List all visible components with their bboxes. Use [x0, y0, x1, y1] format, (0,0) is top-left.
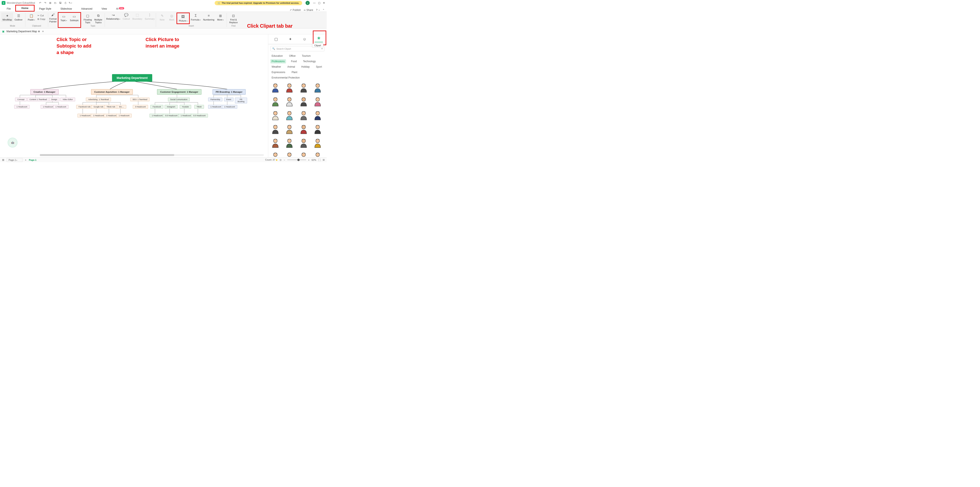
trial-banner[interactable]: 🛒 The trial period has expired. Upgrade … [215, 1, 302, 5]
multiple-topics-button[interactable]: ⧉Multiple Topics [93, 13, 103, 25]
pages-panel-icon[interactable]: ▥ [2, 159, 4, 161]
cat-education[interactable]: Education [270, 54, 284, 58]
redo-icon[interactable]: ↷ [43, 1, 47, 5]
node-partnership[interactable]: Partnership [208, 97, 223, 101]
clipart-item[interactable] [313, 110, 323, 120]
scroll-thumb[interactable] [40, 154, 174, 156]
cut-button[interactable]: ✂Cut [36, 14, 47, 18]
summary-button[interactable]: }Summary [143, 12, 156, 28]
menu-file[interactable]: File [2, 6, 15, 11]
node-seo[interactable]: SEO: 1 Teamlead [130, 97, 150, 101]
clipart-item[interactable] [313, 152, 323, 157]
clipart-item[interactable] [270, 152, 280, 157]
clipart-item[interactable] [299, 97, 309, 107]
tab-theme[interactable]: ✦ [286, 36, 294, 42]
node-event[interactable]: Event [224, 97, 234, 101]
save-icon[interactable]: 🖫 [59, 1, 62, 5]
page-tab[interactable]: Page-1 [29, 159, 37, 161]
clipart-item[interactable] [284, 83, 294, 93]
subtopic-button[interactable]: ▭Subtopic [68, 13, 80, 27]
formula-button[interactable]: ΣFormula [190, 13, 202, 24]
cat-expressions[interactable]: Expressions [270, 70, 286, 74]
node-creative[interactable]: Creative: 1 Manager [30, 89, 59, 95]
zoom-knob[interactable] [298, 159, 300, 161]
menu-page-style[interactable]: Page Style [35, 6, 56, 11]
node-hc-fb[interactable]: 1 Headcount [78, 114, 93, 118]
cat-food[interactable]: Food [290, 59, 298, 64]
clipart-item[interactable] [284, 124, 294, 134]
note-button[interactable]: ✎Note [157, 13, 167, 24]
node-design[interactable]: Design [49, 97, 59, 101]
node-facebook-ads[interactable]: Facebook Ads [76, 105, 93, 109]
node-tiktok[interactable]: Tiktok [194, 105, 204, 109]
clipart-item[interactable] [270, 83, 280, 93]
ai-assistant-button[interactable]: 🤖 [8, 138, 17, 147]
cat-animal[interactable]: Animal [286, 65, 296, 69]
collapse-ribbon-icon[interactable]: ⌃ [323, 9, 325, 11]
cat-sport[interactable]: Sport [315, 65, 323, 69]
cat-technology[interactable]: Technology [302, 59, 317, 64]
print-icon[interactable]: ⎙ [64, 1, 67, 5]
dropdown-icon[interactable]: ▾ [321, 47, 323, 50]
fullscreen-icon[interactable]: ⛶ [318, 159, 321, 161]
undo-icon[interactable]: ↶ [38, 1, 42, 5]
node-hc-concept[interactable]: 1 Headcount [14, 105, 30, 109]
menu-view[interactable]: View [97, 6, 111, 11]
node-customer-engagement[interactable]: Customer Engagement: 1 Manager [157, 89, 202, 95]
clipart-item[interactable] [270, 97, 280, 107]
root-node[interactable]: Marketing Department [112, 74, 152, 82]
tab-clipart[interactable]: ❀ [315, 36, 323, 42]
node-hc-ig[interactable]: 0.5 Headcount [163, 114, 180, 118]
doc-tab[interactable]: Marketing Department Map [6, 30, 40, 33]
clipart-item[interactable] [299, 83, 309, 93]
node-pr-branding[interactable]: PR Branding: 1 Manager [213, 89, 246, 95]
copy-button[interactable]: ⧉Copy [36, 18, 47, 21]
node-tiktok-ads[interactable]: Tiktok Ads [104, 105, 118, 109]
node-advertising[interactable]: Advertising : 1 Teamlead [86, 97, 111, 101]
clipart-item[interactable] [284, 97, 294, 107]
new-icon[interactable]: ⊞ [48, 1, 52, 5]
close-icon[interactable]: ✕ [323, 2, 325, 5]
clipart-item[interactable] [299, 138, 309, 148]
paste-button[interactable]: 📋Paste [27, 13, 36, 22]
tab-icon[interactable]: ☺ [300, 36, 309, 42]
minimize-icon[interactable]: — [313, 2, 315, 5]
clipart-item[interactable] [270, 110, 280, 120]
tab-style[interactable]: ▢ [272, 36, 280, 42]
menu-home[interactable]: Home [15, 5, 34, 11]
node-social[interactable]: Social Comunication [168, 97, 190, 101]
menu-advanced[interactable]: Advanced [76, 6, 97, 11]
zoom-slider[interactable] [287, 159, 306, 160]
add-page-icon[interactable]: + [25, 159, 26, 161]
cat-tourism[interactable]: Tourism [301, 54, 312, 58]
boundary-button[interactable]: ⬚Boundary [131, 12, 143, 28]
picture-button[interactable]: 🖼Picture [178, 14, 188, 23]
help-button[interactable]: ? [316, 9, 320, 11]
node-concept[interactable]: Concept [15, 97, 27, 101]
add-tab-icon[interactable]: + [42, 30, 44, 33]
node-hc-tt[interactable]: 0.5 Headcount [191, 114, 208, 118]
node-hc-seo[interactable]: 3 Headcount [133, 105, 148, 109]
node-content[interactable]: Content: 1 Teamlead [27, 97, 49, 101]
open-icon[interactable]: 🗀 [53, 1, 57, 5]
clipart-item[interactable] [313, 97, 323, 107]
floating-topic-button[interactable]: ▢Floating Topic [82, 13, 93, 25]
zoom-in-icon[interactable]: + [308, 159, 310, 161]
find-replace-button[interactable]: ⊡Find & Replace [228, 13, 239, 25]
node-instagram[interactable]: Instagram [165, 105, 178, 109]
export-icon[interactable]: ✎ [68, 1, 72, 5]
node-video[interactable]: Video Editor [60, 97, 75, 101]
canvas-scrollbar[interactable] [40, 154, 264, 156]
maximize-icon[interactable]: ▢ [318, 2, 320, 5]
share-button[interactable]: ∞Share [304, 9, 313, 11]
node-facebook[interactable]: Facebook [150, 105, 163, 109]
node-youtube[interactable]: Youtube [180, 105, 191, 109]
clipart-item[interactable] [313, 83, 323, 93]
cat-plant[interactable]: Plant [290, 70, 298, 74]
recenter-icon[interactable]: ◎ [280, 159, 282, 161]
clipart-item[interactable] [299, 110, 309, 120]
cat-weather[interactable]: Weather [270, 65, 282, 69]
clipart-item[interactable] [299, 152, 309, 157]
zoom-out-icon[interactable]: − [284, 159, 285, 161]
menu-ai[interactable]: AIHot [111, 6, 129, 11]
